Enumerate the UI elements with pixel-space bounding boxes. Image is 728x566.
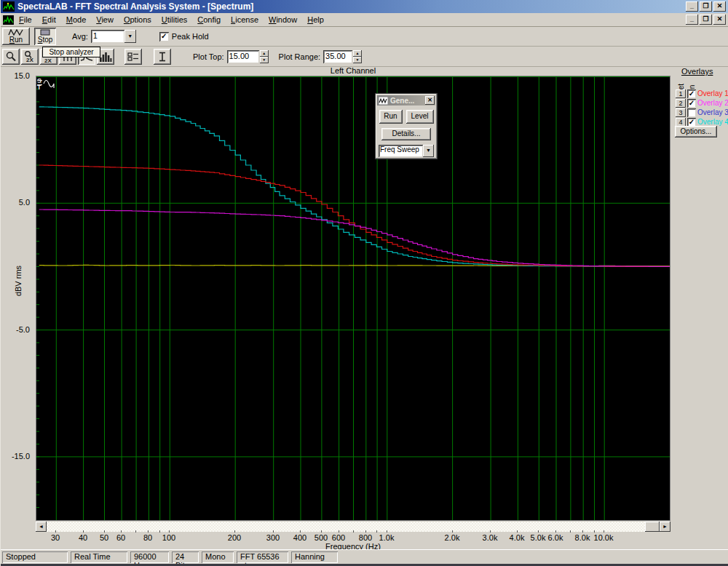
menu-bar: File Edit Mode View Options Utilities Co… (1, 13, 728, 27)
plot-range-label: Plot Range: (279, 52, 320, 61)
scroll-thumb[interactable] (645, 522, 660, 532)
scroll-right-icon[interactable]: ► (660, 522, 670, 532)
overlay-row-1: 1 ✓ Overlay 1 (676, 89, 728, 98)
overlay-3-set-button[interactable]: 3 (676, 108, 686, 117)
application-window: SpectraLAB - FFT Spectral Analysis Syste… (0, 0, 728, 566)
y-tick-label: 5.0 (1, 198, 33, 207)
tooltip: Stop analyzer (42, 47, 100, 57)
y-axis-title: dBV rms (14, 259, 23, 303)
overlays-panel: Overlays Set On 1 ✓ Overlay 1 2 ✓ Overla… (674, 67, 728, 147)
avg-value[interactable]: 1 (91, 30, 124, 43)
overlay-row-2: 2 ✓ Overlay 2 (676, 98, 728, 108)
child-close-button[interactable]: ✕ (713, 15, 726, 25)
magnifier-icon (5, 51, 17, 63)
zoom-button[interactable] (2, 49, 20, 65)
x-tick-label: 200 (220, 533, 249, 542)
y-tick-label: 15.0 (1, 71, 33, 80)
title-bar: SpectraLAB - FFT Spectral Analysis Syste… (1, 0, 728, 13)
child-restore-button[interactable]: ❐ (700, 15, 712, 25)
x-tick-mark (376, 530, 377, 533)
menu-item-license[interactable]: License (226, 14, 264, 25)
overlay-3-checkbox[interactable] (687, 108, 696, 117)
spinner-down-icon[interactable]: ▼ (260, 57, 269, 63)
peak-hold-checkbox[interactable]: ✓ (159, 32, 169, 41)
x-tick-mark (490, 530, 491, 533)
overlay-4-set-button[interactable]: 4 (676, 118, 686, 127)
freq-sweep-select[interactable]: Freq Sweep ▼ (379, 145, 434, 157)
marker-button[interactable] (154, 49, 171, 65)
close-button[interactable]: ✕ (713, 1, 726, 12)
x-tick-mark (55, 530, 56, 533)
overlay-4-label: Overlay 4 (697, 118, 728, 126)
menu-item-mode[interactable]: Mode (61, 14, 92, 25)
plot-top-spinner[interactable]: ▲ ▼ (260, 50, 269, 63)
x-tick-label: 100 (154, 533, 183, 542)
spinner-down-icon[interactable]: ▼ (353, 57, 362, 63)
x-tick-mark (273, 530, 274, 533)
plot-range-spinner[interactable]: ▲ ▼ (353, 50, 362, 63)
x-tick-mark (604, 530, 604, 533)
menu-item-file[interactable]: File (14, 14, 37, 25)
x-tick-label: 3.0k (475, 533, 505, 542)
dialog-titlebar[interactable]: Gene... ✕ (377, 95, 435, 105)
overlays-title: Overlays (681, 67, 728, 76)
toolbar-primary: Run Stop Avg: 1 ▼ ✓ Peak Hold (1, 27, 728, 47)
overlay-4-checkbox[interactable]: ✓ (687, 118, 696, 127)
dropdown-arrow-icon[interactable]: ▼ (124, 30, 136, 43)
generator-run-button[interactable]: Run (379, 110, 403, 124)
spinner-up-icon[interactable]: ▲ (353, 50, 362, 57)
x-tick-mark (104, 530, 105, 533)
y-tick-label: -15.0 (1, 452, 33, 461)
menu-item-edit[interactable]: Edit (37, 14, 61, 25)
overlay-3-label: Overlay 3 (697, 108, 728, 116)
spectrum-plot[interactable]: S T (36, 76, 670, 521)
menu-item-utilities[interactable]: Utilities (157, 14, 192, 25)
menu-item-config[interactable]: Config (192, 14, 226, 25)
x-tick-mark (538, 530, 539, 533)
x-tick-mark (582, 530, 583, 533)
run-button[interactable]: Run (2, 28, 30, 45)
status-run-state: Stopped (2, 551, 68, 563)
overlay-1-checkbox[interactable]: ✓ (687, 89, 696, 98)
status-mode: Real Time (71, 551, 127, 563)
x-tick-label: 300 (258, 533, 288, 542)
menu-item-view[interactable]: View (91, 14, 119, 25)
avg-combobox[interactable]: 1 ▼ (91, 30, 136, 43)
spinner-up-icon[interactable]: ▲ (260, 50, 269, 57)
zoom-in-2x-icon: 2X (23, 50, 36, 63)
restore-button[interactable]: ❐ (700, 1, 712, 12)
menu-item-help[interactable]: Help (302, 14, 329, 25)
stop-button[interactable]: Stop (34, 28, 56, 45)
freq-sweep-value[interactable]: Freq Sweep (379, 145, 423, 157)
scroll-left-icon[interactable]: ◄ (36, 522, 47, 532)
dialog-close-icon[interactable]: ✕ (425, 96, 435, 105)
generator-details-button[interactable]: Details... (381, 128, 431, 140)
zoom-in-2x-button[interactable]: 2X (21, 49, 39, 65)
child-minimize-button[interactable]: _ (686, 15, 698, 25)
overlay-2-checkbox[interactable]: ✓ (687, 99, 696, 108)
app-icon (3, 1, 15, 12)
generator-level-button[interactable]: Level (406, 110, 434, 124)
options-button[interactable]: Options... (675, 126, 717, 137)
dropdown-arrow-icon[interactable]: ▼ (423, 145, 434, 157)
overlay-1-label: Overlay 1 (697, 89, 728, 97)
bar-chart-icon (99, 51, 112, 63)
menu-item-window[interactable]: Window (264, 14, 302, 25)
x-tick-mark (121, 530, 122, 533)
menu-item-options[interactable]: Options (119, 14, 157, 25)
overlay-1-set-button[interactable]: 1 (676, 89, 686, 98)
plot-range-input[interactable]: 35.00 (323, 50, 352, 63)
svg-text:2X: 2X (44, 57, 52, 63)
x-tick-mark (83, 530, 84, 533)
display-settings-button[interactable] (124, 49, 142, 65)
document-icon[interactable] (3, 15, 14, 25)
stop-button-label: Stop (38, 36, 53, 44)
minimize-button[interactable]: _ (686, 1, 698, 12)
plot-top-input[interactable]: 15.00 (227, 50, 259, 63)
x-tick-label: 10.0k (589, 533, 618, 542)
x-tick-mark (159, 530, 160, 533)
overlay-2-set-button[interactable]: 2 (676, 99, 686, 108)
waveform-icon (8, 29, 24, 36)
x-tick-label: 60 (106, 533, 135, 542)
x-tick-label: 600 (324, 533, 353, 542)
